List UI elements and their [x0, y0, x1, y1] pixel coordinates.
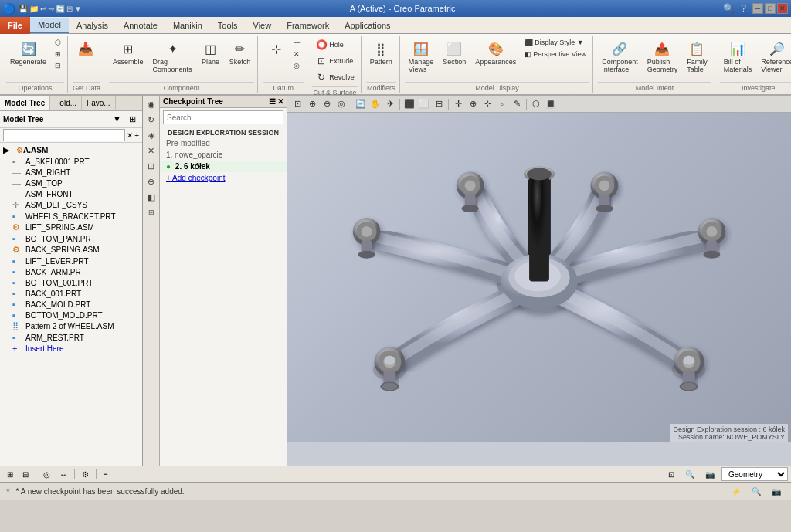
vp-fly-icon[interactable]: ✈	[383, 97, 397, 111]
redo-icon[interactable]: ↪	[48, 5, 54, 13]
insert-here-item[interactable]: + Insert Here	[9, 343, 142, 354]
tree-item-asm[interactable]: ▶ ⚙ A.ASM	[0, 144, 142, 156]
geometry-select[interactable]: Geometry Connections Datums	[721, 467, 788, 481]
tree-item-asm-top[interactable]: — ASM_TOP	[9, 178, 142, 188]
tree-item-lift-lever[interactable]: ▪ LIFT_LEVER.PRT	[9, 256, 142, 266]
3d-scene[interactable]	[287, 113, 791, 442]
mid-btn-5[interactable]: ⊡	[144, 159, 158, 173]
vp-3d-icon[interactable]: 🔳	[544, 97, 558, 111]
tree-item-pattern[interactable]: ⣿ Pattern 2 of WHEEL.ASM	[9, 320, 142, 332]
extrude-button[interactable]: ⊡ Extrude	[312, 53, 358, 69]
mid-btn-8[interactable]: ⊞	[144, 205, 158, 219]
mid-btn-3[interactable]: ◈	[144, 128, 158, 142]
vp-wire-icon[interactable]: ⬜	[417, 97, 431, 111]
family-table-button[interactable]: 📋 FamilyTable	[683, 37, 711, 76]
vp-shade-icon[interactable]: ⬛	[402, 97, 416, 111]
display-style-button[interactable]: ⬛ Display Style ▼	[521, 37, 589, 48]
tree-settings-button[interactable]: ▼	[110, 113, 124, 126]
bt-right-btn2[interactable]: 🔍	[681, 467, 698, 481]
menu-annotate[interactable]: Annotate	[116, 19, 165, 32]
bt-settings[interactable]: ⚙	[78, 467, 93, 481]
tree-item-back-spring[interactable]: ⚙ BACK_SPRING.ASM	[9, 244, 142, 256]
bt-right-btn3[interactable]: 📷	[701, 467, 718, 481]
ops-btn3[interactable]: ⊟	[52, 60, 64, 71]
assemble-button[interactable]: ⊞ Assemble	[109, 37, 148, 68]
tab-folder[interactable]: Fold...	[50, 96, 82, 110]
cp-settings-icon[interactable]: ☰	[269, 97, 276, 106]
tree-item-asm-csys[interactable]: ✛ ASM_DEF_CSYS	[9, 199, 142, 211]
filter-clear-icon[interactable]: ✕	[127, 131, 133, 140]
mid-btn-1[interactable]: ◉	[144, 97, 158, 111]
bt-activate[interactable]: ◎	[39, 467, 54, 481]
status-btn3[interactable]: 📷	[768, 485, 785, 499]
menu-manikin[interactable]: Manikin	[165, 19, 210, 32]
tree-item-bottom-pan[interactable]: ▪ BOTTOM_PAN.PRT	[9, 233, 142, 244]
datum-btn[interactable]: ⊹	[263, 37, 289, 60]
checkpoint-search-input[interactable]	[163, 110, 283, 124]
bt-layer[interactable]: ≡	[100, 467, 112, 481]
reference-viewer-button[interactable]: 🔎 ReferenceViewer	[757, 37, 791, 76]
datum-sm3[interactable]: ◎	[290, 60, 304, 71]
tab-favorites[interactable]: Favo...	[82, 96, 116, 110]
vp-pan-icon[interactable]: ✋	[368, 97, 382, 111]
tree-item-back-001[interactable]: ▪ BACK_001.PRT	[9, 288, 142, 299]
tree-item-asm-right[interactable]: — ASM_RIGHT	[9, 167, 142, 178]
hole-button[interactable]: ⭕ Hole	[312, 37, 358, 53]
vp-zoom-fit-icon[interactable]: ⊡	[290, 97, 304, 111]
vp-section-icon[interactable]: ⬡	[529, 97, 543, 111]
status-btn1[interactable]: ⚡	[728, 485, 745, 499]
vp-hidden-icon[interactable]: ⊟	[432, 97, 446, 111]
tree-item-bottom-001[interactable]: ▪ BOTTOM_001.PRT	[9, 277, 142, 288]
vp-rotate-icon[interactable]: 🔄	[354, 97, 368, 111]
close-button[interactable]: ✕	[777, 3, 788, 14]
vp-zoom-out-icon[interactable]: ⊖	[320, 97, 334, 111]
menu-tools[interactable]: Tools	[210, 19, 246, 32]
regen-icon[interactable]: 🔄	[56, 5, 65, 13]
menu-model[interactable]: Model	[30, 18, 69, 33]
menu-analysis[interactable]: Analysis	[69, 19, 116, 32]
checkpoint-item-2[interactable]: ● 2. 6 kółek	[160, 161, 287, 172]
mid-btn-2[interactable]: ↻	[144, 113, 158, 127]
component-interface-button[interactable]: 🔗 ComponentInterface	[598, 37, 642, 76]
window-icon[interactable]: ⊟	[66, 5, 73, 13]
menu-framework[interactable]: Framework	[279, 19, 337, 32]
save-icon[interactable]: 💾	[19, 5, 28, 13]
getdata-btn[interactable]: 📥	[73, 37, 99, 60]
plane-button[interactable]: ◫ Plane	[198, 37, 224, 68]
vp-zoom-in-icon[interactable]: ⊕	[305, 97, 319, 111]
tab-model-tree[interactable]: Model Tree	[0, 96, 50, 110]
vp-datum-icon[interactable]: ✛	[451, 97, 465, 111]
vp-annot-icon[interactable]: ✎	[510, 97, 524, 111]
pattern-button[interactable]: ⣿ Pattern	[366, 37, 396, 68]
open-icon[interactable]: 📁	[29, 5, 39, 13]
bt-new-window[interactable]: ⊞	[3, 467, 17, 481]
mid-btn-4[interactable]: ✕	[144, 144, 158, 158]
tree-item-bottom-mold[interactable]: ▪ BOTTOM_MOLD.PRT	[9, 310, 142, 320]
tree-item-back-arm[interactable]: ▪ BACK_ARM.PRT	[9, 266, 142, 277]
customize-icon[interactable]: ▼	[74, 5, 82, 13]
menu-applications[interactable]: Applications	[337, 19, 398, 32]
perspective-button[interactable]: ◧ Perspective View	[521, 49, 589, 59]
tree-item-back-mold[interactable]: ▪ BACK_MOLD.PRT	[9, 299, 142, 310]
bill-of-materials-button[interactable]: 📊 Bill ofMaterials	[720, 37, 756, 76]
undo-icon[interactable]: ↩	[40, 5, 46, 13]
tree-item-arm-rest[interactable]: ▪ ARM_REST.PRT	[9, 332, 142, 343]
minimize-button[interactable]: ─	[752, 3, 763, 14]
search-titlebar-icon[interactable]: 🔍	[723, 3, 735, 14]
mid-btn-7[interactable]: ◧	[144, 190, 158, 204]
datum-sm1[interactable]: —	[290, 37, 304, 48]
mid-btn-6[interactable]: ⊕	[144, 175, 158, 188]
pre-modified-item[interactable]: Pre-modified	[160, 137, 287, 149]
3d-viewport[interactable]: ⊡ ⊕ ⊖ ◎ 🔄 ✋ ✈ ⬛ ⬜ ⊟ ✛ ⊕ ⊹ ◦ ✎ ⬡ 🔳	[287, 96, 791, 466]
add-checkpoint-link[interactable]: + Add checkpoint	[160, 172, 287, 184]
tree-item-lift-spring[interactable]: ⚙ LIFT_SPRING.ASM	[9, 222, 142, 233]
menu-view[interactable]: View	[246, 19, 280, 32]
tree-item-skel[interactable]: ▪ A_SKEL0001.PRT	[9, 156, 142, 167]
help-icon[interactable]: ?	[741, 3, 746, 14]
sketch-button[interactable]: ✏ Sketch	[226, 37, 255, 68]
tree-item-asm-front[interactable]: — ASM_FRONT	[9, 188, 142, 199]
bt-right-btn1[interactable]: ⊡	[664, 467, 678, 481]
tree-filter-input[interactable]	[3, 129, 125, 141]
ops-btn1[interactable]: ⬡	[52, 37, 64, 48]
vp-point-icon[interactable]: ◦	[495, 97, 509, 111]
